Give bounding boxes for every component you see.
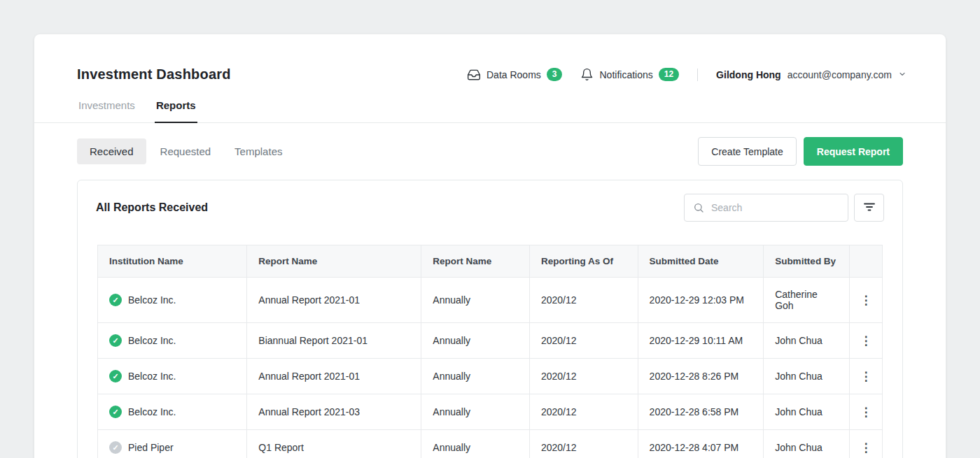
- user-menu[interactable]: Gildong Hong account@company.com: [716, 69, 906, 80]
- submitted-date: 2020-12-29 10:11 AM: [638, 323, 764, 359]
- submitted-date: 2020-12-28 6:58 PM: [638, 394, 764, 430]
- report-name: Annual Report 2021-01: [247, 278, 421, 323]
- report-frequency: Annually: [421, 430, 530, 458]
- primary-tabs: Investments Reports: [34, 99, 946, 123]
- submitted-by: John Chua: [764, 430, 850, 458]
- col-reporting-as-of: Reporting As Of: [529, 245, 638, 278]
- filter-icon: [864, 202, 875, 214]
- header: Investment Dashboard Data Rooms 3 Notifi…: [34, 34, 946, 83]
- submitted-by: John Chua: [764, 394, 850, 430]
- header-actions: Data Rooms 3 Notifications 12 Gildong Ho…: [467, 68, 906, 82]
- search-box: [684, 194, 848, 222]
- notifications-badge: 12: [659, 68, 679, 81]
- chevron-down-icon: [898, 69, 906, 80]
- reports-table: Institution Name Report Name Report Name…: [97, 245, 883, 458]
- row-actions-button[interactable]: [854, 402, 877, 422]
- action-buttons: Create Template Request Report: [698, 137, 903, 166]
- table-row: Pied Piper Q1 Report Annually 2020/12 20…: [98, 430, 883, 458]
- table-header-row: Institution Name Report Name Report Name…: [98, 245, 883, 278]
- submitted-date: 2020-12-29 12:03 PM: [638, 278, 764, 323]
- table-row: Belcoz Inc. Annual Report 2021-01 Annual…: [98, 359, 883, 394]
- submitted-date: 2020-12-28 8:26 PM: [638, 359, 764, 394]
- data-rooms-menu[interactable]: Data Rooms 3: [467, 68, 563, 82]
- col-submitted-date: Submitted Date: [638, 245, 764, 278]
- row-actions-button[interactable]: [854, 290, 877, 310]
- report-subtabs: Received Requested Templates: [77, 138, 292, 164]
- report-name: Annual Report 2021-01: [247, 359, 421, 394]
- submitted-by: John Chua: [764, 359, 850, 394]
- user-email: account@company.com: [788, 69, 892, 80]
- data-rooms-label: Data Rooms: [486, 69, 541, 80]
- row-actions-button[interactable]: [854, 438, 877, 458]
- reporting-as-of: 2020/12: [529, 394, 638, 430]
- inbox-icon: [467, 68, 481, 82]
- report-name: Annual Report 2021-03: [247, 394, 421, 430]
- user-name: Gildong Hong: [716, 69, 781, 80]
- bell-icon: [580, 68, 594, 81]
- reports-panel: All Reports Received: [77, 180, 903, 458]
- create-template-button[interactable]: Create Template: [698, 137, 796, 166]
- row-actions-button[interactable]: [854, 331, 877, 351]
- request-report-button[interactable]: Request Report: [804, 137, 903, 166]
- data-rooms-badge: 3: [547, 68, 563, 81]
- report-name: Biannual Report 2021-01: [247, 323, 421, 359]
- report-frequency: Annually: [421, 394, 530, 430]
- col-report-name-2: Report Name: [421, 245, 530, 278]
- subtab-templates[interactable]: Templates: [225, 138, 292, 164]
- institution-name: Belcoz Inc.: [128, 371, 176, 382]
- col-actions: [849, 245, 882, 278]
- institution-name: Belcoz Inc.: [128, 335, 176, 346]
- header-divider: [697, 69, 698, 81]
- check-circle-icon: [109, 370, 122, 382]
- report-name: Q1 Report: [247, 430, 421, 458]
- submitted-date: 2020-12-28 4:07 PM: [638, 430, 764, 458]
- table-row: Belcoz Inc. Biannual Report 2021-01 Annu…: [98, 323, 883, 359]
- dashboard-card: Investment Dashboard Data Rooms 3 Notifi…: [34, 34, 946, 458]
- institution-name: Pied Piper: [128, 442, 174, 453]
- table-row: Belcoz Inc. Annual Report 2021-03 Annual…: [98, 394, 883, 430]
- report-frequency: Annually: [421, 278, 530, 323]
- row-actions-button[interactable]: [854, 366, 877, 387]
- check-circle-icon: [109, 406, 122, 418]
- table-row: Belcoz Inc. Annual Report 2021-01 Annual…: [98, 278, 883, 323]
- col-report-name: Report Name: [247, 245, 421, 278]
- check-circle-icon: [109, 441, 122, 454]
- subbar: Received Requested Templates Create Temp…: [34, 123, 946, 166]
- reporting-as-of: 2020/12: [529, 278, 638, 323]
- submitted-by: John Chua: [764, 323, 850, 359]
- panel-title: All Reports Received: [96, 201, 208, 214]
- report-frequency: Annually: [421, 359, 530, 394]
- report-frequency: Annually: [421, 323, 530, 359]
- tab-investments[interactable]: Investments: [77, 99, 136, 123]
- notifications-label: Notifications: [599, 69, 652, 80]
- subtab-received[interactable]: Received: [77, 138, 146, 164]
- submitted-by: Catherine Goh: [764, 278, 850, 323]
- tab-reports[interactable]: Reports: [155, 99, 197, 123]
- institution-name: Belcoz Inc.: [128, 406, 176, 417]
- subtab-requested[interactable]: Requested: [150, 138, 221, 164]
- institution-name: Belcoz Inc.: [128, 294, 176, 306]
- reporting-as-of: 2020/12: [529, 430, 638, 458]
- col-submitted-by: Submitted By: [764, 245, 850, 278]
- panel-header: All Reports Received: [78, 180, 902, 235]
- col-institution-name: Institution Name: [98, 245, 247, 278]
- check-circle-icon: [109, 294, 122, 306]
- filter-button[interactable]: [854, 194, 884, 222]
- search-input[interactable]: [684, 194, 848, 222]
- reporting-as-of: 2020/12: [529, 359, 638, 394]
- table-wrap: Institution Name Report Name Report Name…: [78, 235, 902, 458]
- notifications-menu[interactable]: Notifications 12: [580, 68, 679, 81]
- page-title: Investment Dashboard: [77, 66, 231, 83]
- panel-tools: [684, 194, 884, 222]
- reporting-as-of: 2020/12: [529, 323, 638, 359]
- check-circle-icon: [109, 334, 122, 347]
